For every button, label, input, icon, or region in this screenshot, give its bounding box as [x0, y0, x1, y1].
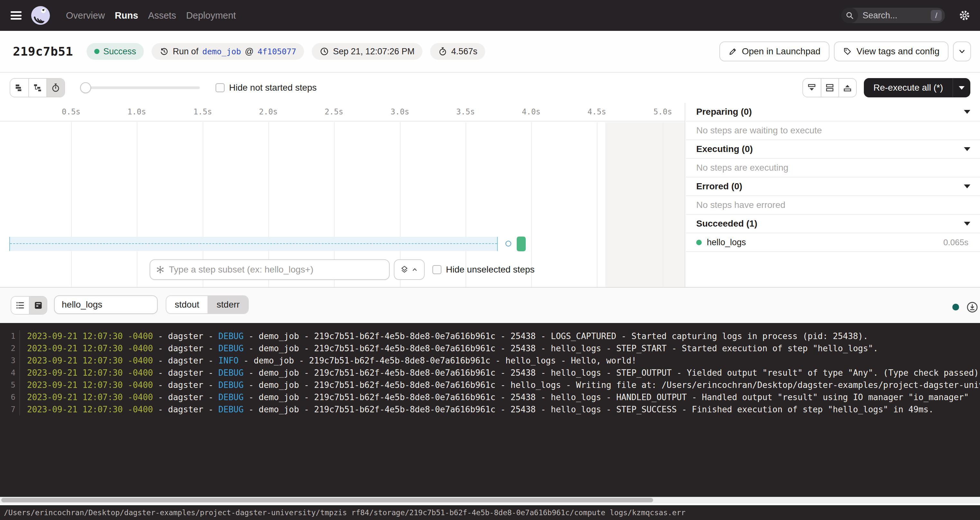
- nav-item-overview[interactable]: Overview: [66, 10, 105, 21]
- run-of-tag: Run of demo_job @ 4f105077: [151, 43, 304, 60]
- log-line: 32023-09-21 12:07:30 -0400 - dagster - I…: [0, 355, 980, 367]
- collapse-logs-button[interactable]: [803, 79, 821, 97]
- section-header-executing[interactable]: Executing (0): [686, 140, 980, 159]
- tab-stdout[interactable]: stdout: [166, 296, 207, 313]
- log-source: - dagster -: [153, 404, 218, 414]
- step-bar-hello-logs[interactable]: [517, 236, 526, 251]
- log-timestamp: 2023-09-21 12:07:30 -0400: [27, 344, 153, 353]
- gutter-divider: [16, 403, 20, 415]
- log-text: 2023-09-21 12:07:30 -0400 - dagster - DE…: [20, 368, 980, 377]
- log-text: 2023-09-21 12:07:30 -0400 - dagster - DE…: [20, 331, 868, 341]
- hide-unselected-checkbox[interactable]: [433, 265, 441, 274]
- log-timestamp: 2023-09-21 12:07:30 -0400: [27, 368, 153, 377]
- waterfall-view-button[interactable]: [28, 79, 46, 97]
- step-duration: 0.065s: [943, 238, 970, 247]
- log-level: DEBUG: [218, 380, 243, 390]
- step-subset-field: [150, 259, 390, 280]
- scrollbar-thumb[interactable]: [1, 498, 653, 502]
- empty-state-text: No steps are waiting to execute: [696, 125, 822, 136]
- caret-down-icon: [959, 86, 964, 90]
- slider-knob[interactable]: [80, 82, 91, 93]
- log-view-mode-segment: [11, 296, 47, 315]
- hamburger-menu-icon[interactable]: [11, 11, 22, 20]
- nav-item-runs[interactable]: Runs: [115, 10, 138, 21]
- log-text: 2023-09-21 12:07:30 -0400 - dagster - DE…: [20, 344, 878, 353]
- global-search[interactable]: /: [842, 8, 945, 23]
- section-header-preparing[interactable]: Preparing (0): [686, 103, 980, 122]
- run-header: 219c7b51 Success Run of demo_job @ 4f105…: [0, 31, 980, 73]
- log-timestamp: 2023-09-21 12:07:30 -0400: [27, 356, 153, 365]
- split-panes-button[interactable]: [821, 79, 838, 97]
- reexecute-all-button[interactable]: Re-execute all (*): [864, 78, 970, 97]
- line-number: 4: [0, 367, 16, 379]
- line-number: 1: [0, 330, 16, 342]
- job-link[interactable]: demo_job: [202, 47, 241, 56]
- gantt-view-mode-segment: [10, 78, 65, 97]
- log-text: 2023-09-21 12:07:30 -0400 - dagster - DE…: [20, 392, 969, 402]
- step-subset-input[interactable]: [169, 265, 384, 275]
- section-header-errored[interactable]: Errored (0): [686, 178, 980, 196]
- reexecute-menu-button[interactable]: [953, 78, 970, 97]
- hide-not-started-label: Hide not started steps: [229, 82, 317, 93]
- section-empty-row: No steps have errored: [686, 196, 980, 215]
- capture-status-dot-icon: [952, 304, 959, 311]
- tag-icon: [843, 47, 852, 56]
- log-level: INFO: [218, 356, 239, 365]
- success-dot-icon: [696, 240, 702, 245]
- download-icon[interactable]: [966, 301, 979, 314]
- view-tags-config-button[interactable]: View tags and config: [834, 41, 948, 61]
- caret-down-icon: [964, 147, 970, 151]
- gantt-time-axis: 0.5s1.0s1.5s2.0s2.5s3.0s3.5s4.0s4.5s5.0s: [0, 103, 685, 122]
- nav-item-assets[interactable]: Assets: [148, 10, 176, 21]
- snapshot-link[interactable]: 4f105077: [258, 47, 296, 56]
- succeeded-step-row[interactable]: hello_logs0.065s: [686, 233, 980, 252]
- layers-icon: [400, 265, 409, 274]
- raw-log-view-button[interactable]: [29, 296, 47, 314]
- raw-log-viewer[interactable]: 12023-09-21 12:07:30 -0400 - dagster - D…: [0, 323, 980, 497]
- expand-logs-button[interactable]: [838, 79, 856, 97]
- log-message: - demo_job - 219c7b51-b62f-4e5b-8de8-0e7…: [239, 356, 636, 365]
- gutter-divider: [16, 391, 20, 403]
- log-file-status-bar: /Users/erincochran/Desktop/dagster-examp…: [0, 505, 980, 520]
- gear-icon[interactable]: [958, 10, 970, 22]
- empty-state-text: No steps have errored: [696, 200, 785, 210]
- section-header-succeeded[interactable]: Succeeded (1): [686, 215, 980, 233]
- section-title: Preparing (0): [696, 107, 752, 117]
- log-source: - dagster -: [153, 356, 218, 365]
- structured-log-view-button[interactable]: [11, 296, 29, 314]
- op-selector-icon: [155, 265, 165, 274]
- section-title: Errored (0): [696, 181, 742, 192]
- gutter-divider: [16, 379, 20, 391]
- axis-tick-label: 3.0s: [391, 107, 409, 116]
- status-badge: Success: [86, 43, 144, 60]
- step-subset-row: Hide unselected steps: [0, 259, 685, 280]
- log-text: 2023-09-21 12:07:30 -0400 - dagster - IN…: [20, 356, 636, 365]
- gantt-zoom-slider[interactable]: [80, 82, 200, 93]
- flat-view-button[interactable]: [10, 79, 28, 97]
- hide-not-started-checkbox[interactable]: [216, 83, 224, 92]
- log-text: 2023-09-21 12:07:30 -0400 - dagster - DE…: [20, 404, 934, 414]
- log-timestamp: 2023-09-21 12:07:30 -0400: [27, 380, 153, 390]
- axis-tick-label: 0.5s: [62, 107, 80, 116]
- log-source: - dagster -: [153, 368, 218, 377]
- timed-view-button[interactable]: [46, 79, 64, 97]
- section-title: Executing (0): [696, 144, 753, 154]
- dagster-logo[interactable]: [30, 5, 51, 25]
- log-step-filter-input[interactable]: [54, 295, 158, 314]
- nav-item-deployment[interactable]: Deployment: [186, 10, 236, 21]
- open-in-launchpad-button[interactable]: Open in Launchpad: [719, 41, 829, 61]
- dagster-run-page: OverviewRunsAssetsDeployment / 219c7b51 …: [0, 0, 980, 520]
- log-line: 72023-09-21 12:07:30 -0400 - dagster - D…: [0, 403, 980, 415]
- pane-layout-segment: [802, 78, 857, 97]
- tab-stderr[interactable]: stderr: [207, 296, 248, 313]
- line-number: 6: [0, 391, 16, 403]
- log-source: - dagster -: [153, 392, 218, 402]
- log-line: 52023-09-21 12:07:30 -0400 - dagster - D…: [0, 379, 980, 391]
- gutter-divider: [16, 342, 20, 355]
- run-actions-menu-button[interactable]: [953, 41, 971, 61]
- step-subset-apply-button[interactable]: [394, 259, 425, 280]
- hide-unselected-label: Hide unselected steps: [446, 265, 535, 275]
- hide-unselected-control: Hide unselected steps: [433, 259, 535, 280]
- pane-split-icon: [825, 83, 835, 93]
- search-input[interactable]: [858, 11, 931, 21]
